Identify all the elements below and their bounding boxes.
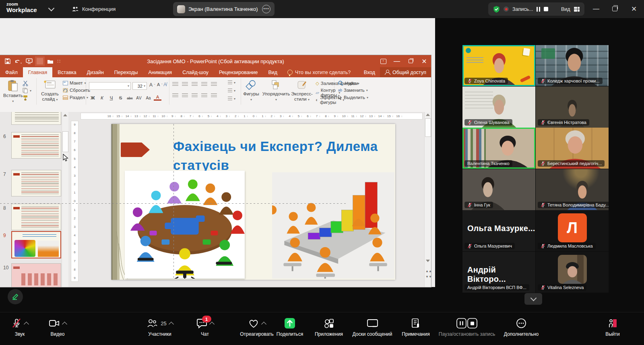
slide-thumbnail-6[interactable] bbox=[11, 132, 61, 159]
ppt-tab-4[interactable]: Дизайн bbox=[82, 67, 109, 77]
numbering-button[interactable] bbox=[182, 82, 188, 87]
ppt-tab-2[interactable]: Главная bbox=[23, 67, 53, 77]
line-spacing-button[interactable] bbox=[211, 82, 217, 87]
annotate-button[interactable] bbox=[8, 289, 23, 304]
view-label[interactable]: Вид bbox=[561, 6, 570, 12]
ribbon-display-options-button[interactable]: ↑ bbox=[376, 55, 390, 67]
toolbar-more-button[interactable]: Дополнительно bbox=[500, 317, 542, 337]
ppt-tab-6[interactable]: Анимация bbox=[143, 67, 177, 77]
chevron-up-icon[interactable] bbox=[24, 322, 29, 327]
font-style-button-4[interactable]: S bbox=[117, 93, 124, 100]
participant-tile[interactable]: Берестинський педагогіч... bbox=[536, 128, 609, 169]
view-layout-icon[interactable] bbox=[574, 7, 580, 12]
toolbar-camera-button[interactable]: Видео bbox=[43, 317, 72, 337]
participant-tile[interactable]: Тетяна Володимирівна Баду... bbox=[536, 169, 609, 210]
font-size-input[interactable]: 32▾ bbox=[132, 82, 147, 90]
justify-button[interactable] bbox=[201, 93, 207, 98]
align-center-button[interactable] bbox=[182, 93, 188, 98]
window-minimize-button[interactable]: — bbox=[590, 4, 602, 14]
chevron-up-icon[interactable] bbox=[261, 322, 266, 327]
decrease-indent-button[interactable] bbox=[192, 82, 198, 87]
new-slide-button[interactable]: Создать слайд ▾ bbox=[39, 80, 61, 102]
section-button[interactable]: Раздел▾ bbox=[63, 95, 88, 100]
align-left-button[interactable] bbox=[172, 93, 178, 98]
share-button[interactable]: Общий доступ bbox=[380, 67, 431, 77]
cut-button[interactable] bbox=[23, 81, 28, 86]
toolbar-share-button[interactable]: Поделиться bbox=[272, 317, 308, 337]
toolbar-recpause-button[interactable]: Пауза/остановить запись bbox=[436, 317, 498, 337]
ppt-tab-8[interactable]: Рецензирование bbox=[214, 67, 263, 77]
participant-tile[interactable]: Zoya Chinovata bbox=[462, 45, 535, 86]
shrink-font-button[interactable]: Aˇ bbox=[157, 82, 163, 87]
toolbar-leave-button[interactable]: Выйти bbox=[595, 317, 630, 337]
slide-thumbnail-8[interactable] bbox=[11, 204, 61, 230]
participant-tile[interactable]: Vitalina Selezneva bbox=[536, 252, 609, 293]
slide-thumbnail-9[interactable] bbox=[11, 231, 61, 258]
toolbar-notes-button[interactable]: Примечания bbox=[398, 317, 434, 337]
clipart-round-table[interactable] bbox=[125, 171, 245, 279]
participant-tile[interactable]: Олена Шуванова bbox=[462, 87, 535, 128]
qat-customize-icon[interactable]: ⸬ bbox=[58, 59, 60, 64]
participant-tile[interactable]: Інна Гук bbox=[462, 169, 535, 210]
slide-title[interactable]: Фахівець чи Експерт? Дилема статусів bbox=[173, 137, 390, 175]
slide-arrow-shape[interactable] bbox=[121, 142, 151, 158]
toolbar-chat-button[interactable]: 1Чат bbox=[192, 317, 218, 337]
open-folder-icon[interactable] bbox=[47, 59, 54, 64]
font-style-button-8[interactable]: A bbox=[154, 93, 161, 101]
font-style-button-1[interactable]: Ж bbox=[89, 93, 97, 100]
find-button[interactable]: Найти bbox=[338, 81, 358, 86]
slide-thumbnail-partial[interactable] bbox=[11, 112, 61, 125]
scrollbar-thumb[interactable] bbox=[62, 131, 68, 152]
sign-in-button[interactable]: Вход bbox=[359, 67, 380, 77]
previous-slide-button[interactable]: ▲▲ bbox=[425, 269, 430, 273]
font-style-button-6[interactable]: AV bbox=[135, 93, 143, 100]
tab-more-options-icon[interactable]: ••• bbox=[262, 5, 270, 13]
clipart-bar-chart-meeting[interactable] bbox=[272, 172, 394, 279]
toolbar-apps-button[interactable]: Приложения bbox=[311, 317, 347, 337]
select-button[interactable]: Выделить▾ bbox=[338, 95, 368, 100]
participant-tile[interactable]: ЛЛюдмила Масловська bbox=[536, 210, 609, 251]
quick-styles-button[interactable]: Экспресс-стили ▾ bbox=[290, 80, 314, 102]
ppt-tab-5[interactable]: Переходы bbox=[109, 67, 143, 77]
scroll-up-arrow-icon[interactable] bbox=[63, 114, 67, 116]
undo-icon[interactable] bbox=[14, 58, 22, 64]
toolbar-participants-button[interactable]: 25Участники bbox=[142, 317, 178, 337]
window-restore-button[interactable] bbox=[609, 4, 621, 14]
chevron-up-icon[interactable] bbox=[62, 322, 67, 327]
format-painter-button[interactable] bbox=[23, 95, 28, 101]
align-right-button[interactable] bbox=[192, 93, 198, 98]
ppt-tab-1[interactable]: Файл bbox=[0, 67, 23, 77]
columns-button[interactable] bbox=[211, 93, 217, 98]
text-direction-button[interactable]: ▾ bbox=[228, 81, 235, 85]
workspace-chevron-down-icon[interactable] bbox=[48, 5, 55, 12]
convert-smartart-button[interactable]: ▾ bbox=[228, 97, 235, 101]
shapes-button[interactable]: Фигуры▾ bbox=[242, 80, 261, 102]
slide-scrollbar-thumb[interactable] bbox=[425, 118, 431, 137]
participant-tile[interactable]: Андрій Вікторо...Андрій Вікторович ВСП В… bbox=[462, 252, 535, 293]
security-shield-icon[interactable] bbox=[493, 6, 500, 13]
participant-tile[interactable]: Євгенія Ністратова bbox=[536, 87, 609, 128]
paste-button[interactable]: Вставить▾ bbox=[3, 80, 23, 103]
participant-tile[interactable]: Ольга Мазурке...Ольга Мазуркевич bbox=[462, 210, 535, 251]
tab-conference[interactable]: Конференция bbox=[68, 3, 120, 15]
grow-font-button[interactable]: Aˆ bbox=[149, 82, 155, 88]
next-slide-button[interactable]: ▼▼ bbox=[425, 275, 430, 279]
slide-scrollbar[interactable]: ▲▲ ▼▼ bbox=[424, 112, 431, 287]
ppt-tab-7[interactable]: Слайд-шоу bbox=[177, 67, 214, 77]
replace-button[interactable]: ab Заменить▾ bbox=[338, 88, 368, 93]
ppt-tab-3[interactable]: Вставка bbox=[52, 67, 81, 77]
chevron-up-icon[interactable] bbox=[209, 322, 215, 327]
tab-screen-share[interactable]: Экран (Валентина Ткаченко) ••• bbox=[173, 2, 275, 16]
ppt-close-button[interactable]: ✕ bbox=[417, 55, 431, 67]
participant-tile[interactable]: Коледж харчової проми... bbox=[536, 45, 609, 86]
window-close-button[interactable]: ✕ bbox=[628, 4, 640, 14]
scroll-down-icon[interactable] bbox=[426, 260, 430, 262]
participant-tile[interactable]: Валентина Ткаченко bbox=[462, 128, 535, 169]
toolbar-whiteboard-button[interactable]: Доски сообщений bbox=[349, 317, 396, 337]
tell-me-box[interactable]: Что вы хотите сделать? bbox=[283, 67, 355, 77]
toolbar-mic-muted-button[interactable]: Звук bbox=[7, 317, 32, 337]
font-style-button-7[interactable]: Aa bbox=[144, 93, 152, 100]
scroll-up-icon[interactable] bbox=[426, 114, 430, 116]
clear-formatting-button[interactable]: A̸ bbox=[163, 82, 167, 87]
ppt-minimize-button[interactable]: — bbox=[390, 55, 404, 67]
